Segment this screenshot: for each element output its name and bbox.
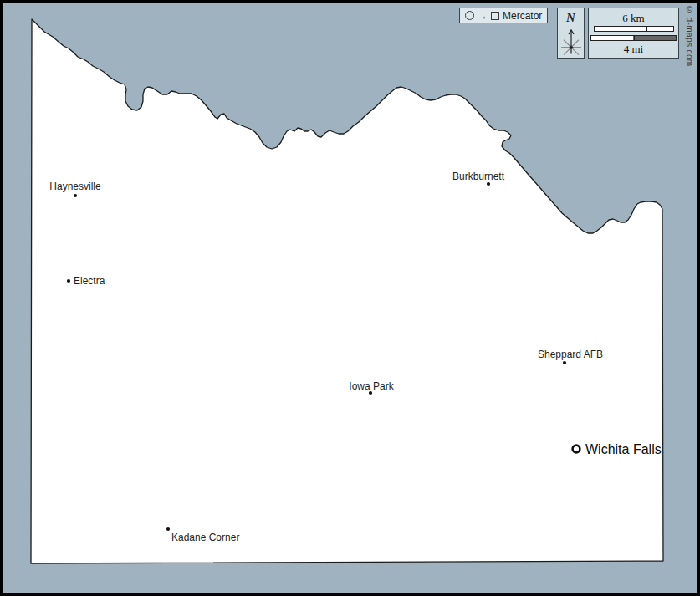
projection-name: Mercator [503, 11, 542, 21]
city-wichita-falls[interactable]: Wichita Falls [573, 442, 662, 456]
city-marker-electra [67, 279, 70, 283]
scale-km-label: 6 km [622, 13, 644, 23]
scale-bar-km [594, 26, 674, 32]
city-label-sheppard-afb: Sheppard AFB [538, 349, 603, 360]
scale-bar-panel: 6 km 4 mi [588, 8, 679, 59]
city-marker-burkburnett [487, 182, 490, 186]
city-marker-wichita-falls [573, 446, 580, 453]
compass-rose: N [557, 8, 585, 59]
projection-legend: → Mercator [459, 8, 548, 23]
copyright-credit: © d-maps.com [685, 5, 694, 67]
projected-square-icon [491, 12, 499, 20]
scale-bar-mi [590, 35, 677, 41]
scale-tick [634, 36, 635, 40]
city-marker-haynesville [74, 194, 77, 197]
city-label-kadane-corner: Kadane Corner [171, 532, 239, 543]
county-map-svg: HaynesvilleElectraBurkburnettSheppard AF… [0, 0, 700, 596]
map-canvas: HaynesvilleElectraBurkburnettSheppard AF… [0, 0, 700, 596]
city-label-electra: Electra [74, 275, 105, 287]
north-label: N [566, 11, 575, 25]
city-marker-sheppard-afb [563, 361, 566, 364]
compass-needle-icon [559, 25, 583, 59]
globe-circle-icon [465, 11, 474, 20]
city-label-iowa-park: Iowa Park [349, 380, 394, 392]
scale-mi-label: 4 mi [624, 43, 643, 54]
scale-tick [646, 27, 647, 31]
arrow-right-icon: → [478, 11, 488, 21]
scale-tick [621, 27, 621, 31]
city-label-haynesville: Haynesville [49, 181, 101, 192]
city-marker-kadane-corner [166, 527, 170, 531]
city-label-wichita-falls: Wichita Falls [585, 442, 662, 456]
city-label-burkburnett: Burkburnett [452, 171, 505, 182]
